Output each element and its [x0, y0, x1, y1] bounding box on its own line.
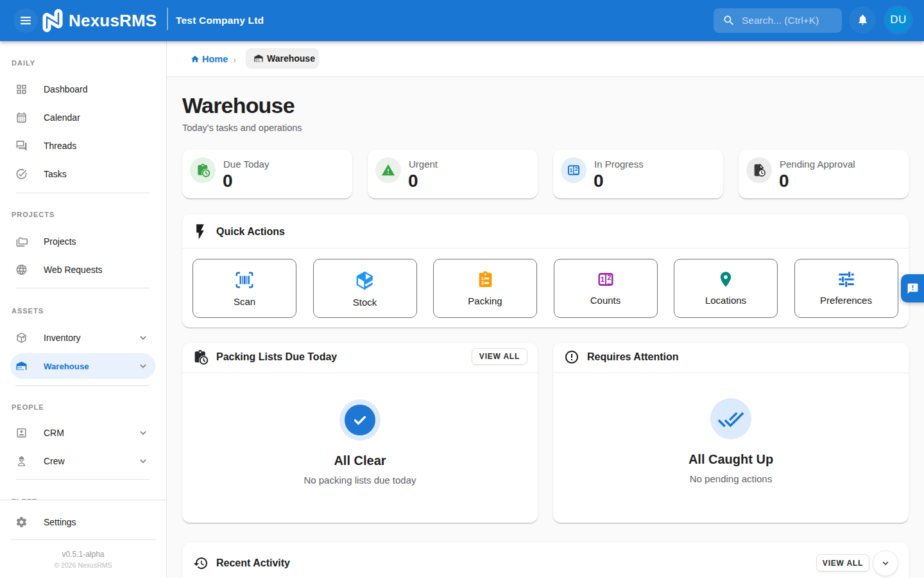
svg-text:1: 1 [600, 276, 604, 283]
svg-text:2: 2 [481, 280, 483, 286]
svg-text:1: 1 [569, 167, 572, 173]
svg-text:2: 2 [607, 274, 611, 281]
svg-text:2: 2 [575, 166, 578, 172]
